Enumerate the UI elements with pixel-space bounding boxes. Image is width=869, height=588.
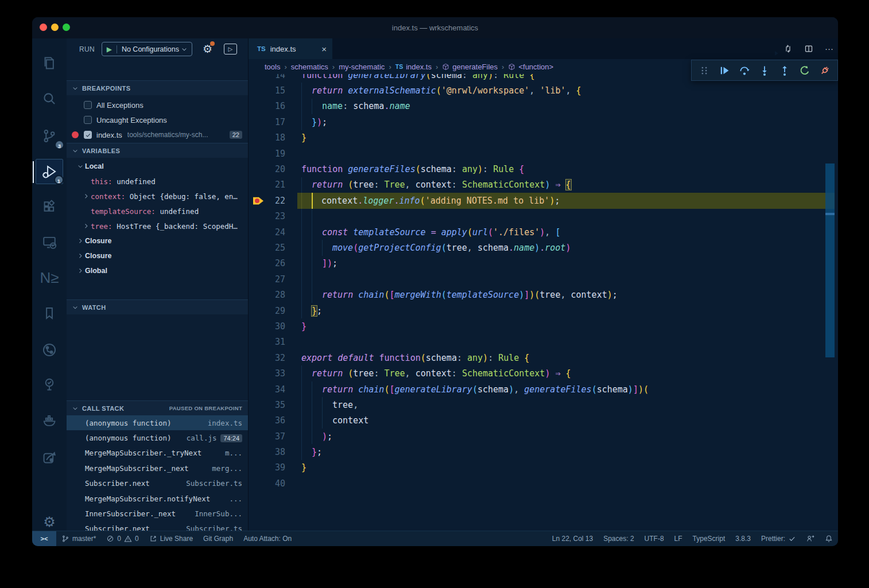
- status-item-problems[interactable]: 00: [101, 531, 143, 546]
- activity-item-run-and-debug[interactable]: 1: [36, 159, 63, 184]
- paused-breakpoint-gutter[interactable]: [249, 193, 266, 208]
- activity-item-deployments[interactable]: [36, 445, 63, 470]
- step-over-button[interactable]: [739, 65, 750, 76]
- gutter-glyph-margin[interactable]: [249, 146, 266, 161]
- disconnect-button[interactable]: [819, 65, 831, 76]
- line-number[interactable]: 16: [266, 101, 285, 111]
- activity-item-bookmarks[interactable]: [36, 301, 63, 326]
- gutter-glyph-margin[interactable]: [249, 460, 266, 476]
- line-number[interactable]: 29: [266, 306, 285, 316]
- more-actions-button[interactable]: ···: [825, 44, 833, 54]
- line-number[interactable]: 24: [266, 227, 285, 237]
- gutter-glyph-margin[interactable]: [249, 303, 266, 318]
- activity-item-remote-explorer[interactable]: [36, 229, 63, 255]
- line-number[interactable]: 27: [266, 274, 285, 285]
- variables-scope-row[interactable]: Closure: [67, 233, 248, 248]
- gutter-glyph-margin[interactable]: [249, 429, 266, 444]
- line-number[interactable]: 26: [266, 258, 285, 268]
- breakpoint-row[interactable]: index.tstools/schematics/my-sch...22: [67, 127, 248, 142]
- close-tab-icon[interactable]: ×: [321, 44, 327, 54]
- breakpoint-checkbox[interactable]: [84, 131, 92, 139]
- gutter-glyph-margin[interactable]: [249, 476, 266, 491]
- exception-checkbox[interactable]: [84, 116, 92, 124]
- gutter-glyph-margin[interactable]: [249, 83, 266, 98]
- debug-console-icon[interactable]: ▷: [224, 44, 237, 54]
- status-item-indentation[interactable]: Spaces: 2: [598, 531, 639, 546]
- gutter-glyph-margin[interactable]: [249, 334, 266, 350]
- line-number[interactable]: 25: [266, 243, 285, 253]
- activity-item-nx-console[interactable]: N≥: [36, 265, 63, 290]
- variable-row[interactable]: this: undefined: [67, 174, 248, 189]
- split-editor-button[interactable]: [804, 44, 813, 53]
- call-stack-frame[interactable]: (anonymous function)index.ts: [67, 415, 248, 430]
- line-number[interactable]: 39: [266, 462, 285, 473]
- gutter-glyph-margin[interactable]: [249, 240, 266, 255]
- variable-row[interactable]: tree: HostTree {_backend: ScopedH…: [67, 219, 248, 233]
- line-number[interactable]: 33: [266, 368, 285, 379]
- configure-gear-icon[interactable]: ⚙: [203, 42, 212, 56]
- scrollbar-thumb[interactable]: [825, 163, 835, 357]
- breadcrumb-item[interactable]: TSindex.ts: [395, 63, 432, 71]
- launch-configuration-dropdown[interactable]: ▶ No Configurations: [102, 42, 192, 56]
- variables-section-header[interactable]: VARIABLES: [67, 143, 248, 158]
- variable-row[interactable]: context: Object {debug: false, en…: [67, 189, 248, 204]
- breadcrumb-item[interactable]: tools: [265, 63, 280, 71]
- activity-item-git-graph[interactable]: [36, 337, 63, 363]
- line-number[interactable]: 40: [266, 478, 285, 489]
- breadcrumb-item[interactable]: <function>: [508, 63, 553, 71]
- gutter-glyph-margin[interactable]: [249, 397, 266, 412]
- exception-checkbox[interactable]: [84, 101, 92, 109]
- status-item-git-branch[interactable]: master*: [56, 531, 101, 546]
- line-number[interactable]: 35: [266, 400, 285, 410]
- gutter-glyph-margin[interactable]: [249, 130, 266, 146]
- line-number[interactable]: 36: [266, 415, 285, 426]
- watch-section-header[interactable]: WATCH: [67, 299, 248, 314]
- line-number[interactable]: 21: [266, 180, 285, 190]
- line-number[interactable]: 31: [266, 337, 285, 347]
- line-number[interactable]: 22: [266, 196, 285, 206]
- gutter-glyph-margin[interactable]: [249, 365, 266, 381]
- gutter-glyph-margin[interactable]: [249, 318, 266, 334]
- gutter-glyph-margin[interactable]: [249, 224, 266, 240]
- line-number[interactable]: 17: [266, 117, 285, 127]
- gutter-glyph-margin[interactable]: [249, 256, 266, 271]
- call-stack-frame[interactable]: MergeMapSubscriber._nextmerg...: [67, 461, 248, 476]
- gutter-glyph-margin[interactable]: [249, 444, 266, 460]
- status-item-notifications[interactable]: [820, 531, 838, 546]
- status-item-auto-attach[interactable]: Auto Attach: On: [238, 531, 297, 546]
- gutter-glyph-margin[interactable]: [249, 177, 266, 193]
- call-stack-section-header[interactable]: CALL STACK PAUSED ON BREAKPOINT: [67, 400, 248, 415]
- gutter-glyph-margin[interactable]: [249, 287, 266, 302]
- activity-item-docker[interactable]: [36, 408, 63, 434]
- line-number[interactable]: 23: [266, 211, 285, 221]
- step-into-button[interactable]: [759, 65, 770, 76]
- breakpoints-section-header[interactable]: BREAKPOINTS: [67, 80, 248, 95]
- status-item-encoding[interactable]: UTF-8: [639, 531, 669, 546]
- variables-scope-row[interactable]: Local: [67, 159, 248, 174]
- gutter-glyph-margin[interactable]: [249, 99, 266, 114]
- line-number[interactable]: 15: [266, 85, 285, 96]
- line-number[interactable]: 32: [266, 353, 285, 363]
- line-number[interactable]: 20: [266, 164, 285, 174]
- breadcrumb-item[interactable]: schematics: [291, 63, 328, 71]
- restart-button[interactable]: [799, 65, 810, 76]
- gutter-glyph-margin[interactable]: [249, 161, 266, 177]
- line-number[interactable]: 37: [266, 431, 285, 442]
- variable-row[interactable]: templateSource: undefined: [67, 204, 248, 219]
- activity-item-explorer[interactable]: [36, 50, 63, 76]
- step-out-button[interactable]: [779, 65, 790, 76]
- status-item-remote-indicator[interactable]: ><: [32, 531, 56, 546]
- status-item-eol[interactable]: LF: [669, 531, 688, 546]
- status-item-language-mode[interactable]: TypeScript: [688, 531, 731, 546]
- status-item-git-graph[interactable]: Git Graph: [198, 531, 238, 546]
- status-item-prettier[interactable]: Prettier:: [756, 531, 801, 546]
- breakpoint-row[interactable]: All Exceptions: [67, 98, 248, 112]
- status-item-feedback[interactable]: [801, 531, 820, 546]
- status-item-live-share[interactable]: Live Share: [144, 531, 198, 546]
- line-number[interactable]: 38: [266, 447, 285, 457]
- gutter-glyph-margin[interactable]: [249, 114, 266, 130]
- status-item-ts-version[interactable]: 3.8.3: [730, 531, 756, 546]
- breakpoint-row[interactable]: Uncaught Exceptions: [67, 112, 248, 127]
- breadcrumb-item[interactable]: generateFiles: [442, 63, 498, 71]
- gutter-glyph-margin[interactable]: [249, 271, 266, 287]
